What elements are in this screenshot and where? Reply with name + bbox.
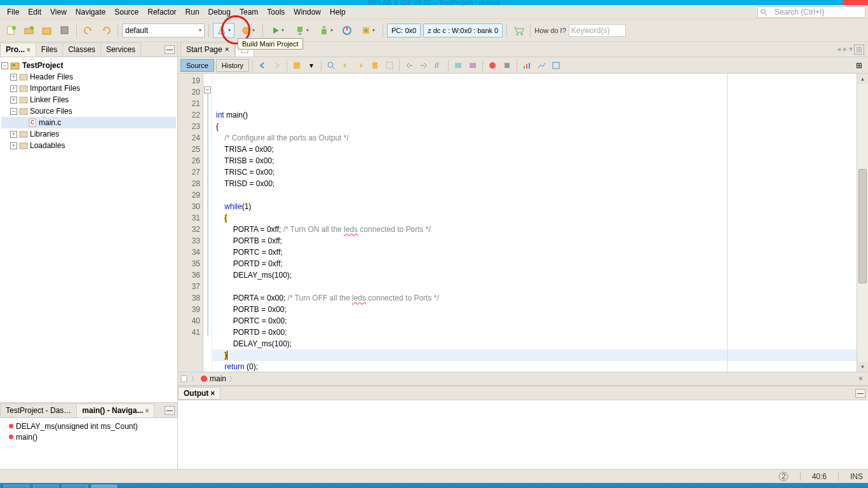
shift-left-icon[interactable] <box>403 59 416 72</box>
menu-refactor[interactable]: Refactor <box>143 6 180 18</box>
hold-reset-button[interactable] <box>339 23 355 38</box>
tab-projects[interactable]: Pro...× <box>0 43 36 57</box>
minimize-panel-button[interactable]: — <box>855 389 865 398</box>
program-button[interactable] <box>291 23 313 38</box>
prev-bookmark-icon[interactable] <box>339 59 352 72</box>
build-button[interactable] <box>213 23 234 38</box>
expand-icon[interactable]: + <box>10 97 17 104</box>
minimize-panel-button[interactable]: — <box>165 45 175 54</box>
window-close-button[interactable] <box>843 0 868 5</box>
clean-build-button[interactable] <box>237 23 259 38</box>
taskbar-explorer[interactable] <box>4 485 29 488</box>
output-tab[interactable]: Output× <box>178 387 220 400</box>
output-body[interactable] <box>178 400 868 469</box>
tree-item[interactable]: Libraries <box>30 130 59 139</box>
chart-icon[interactable] <box>535 59 548 72</box>
tab-services[interactable]: Services <box>100 43 141 57</box>
toolbar-icon[interactable] <box>466 59 479 72</box>
toolbar-icon[interactable] <box>290 59 303 72</box>
tab-start-page[interactable]: Start Page× <box>180 43 235 57</box>
menu-source[interactable]: Source <box>110 6 143 18</box>
toolbar-icon[interactable]: ▾ <box>305 59 318 72</box>
fold-column[interactable]: − <box>203 74 212 372</box>
bank-indicator[interactable]: z dc c : W:0x0 : bank 0 <box>423 24 503 37</box>
code-area[interactable]: int main(){ /* Configure all the ports a… <box>212 74 857 372</box>
menu-navigate[interactable]: Navigate <box>71 6 110 18</box>
menu-window[interactable]: Window <box>289 6 325 18</box>
editor-scrollbar[interactable]: ▲ ▼ <box>857 74 868 372</box>
select-icon[interactable] <box>383 59 396 72</box>
expand-icon[interactable]: ⊞ <box>853 59 865 72</box>
record-icon[interactable] <box>486 59 499 72</box>
tab-navigator[interactable]: main() - Naviga...× <box>76 403 154 417</box>
find-icon[interactable] <box>325 59 337 72</box>
redo-button[interactable] <box>98 23 114 38</box>
tree-item[interactable]: Source Files <box>30 107 72 116</box>
tab-files[interactable]: Files <box>36 43 63 57</box>
shift-right-icon[interactable] <box>417 59 430 72</box>
nav-item[interactable]: main() <box>16 433 37 442</box>
scroll-up-icon[interactable]: ▲ <box>857 74 868 84</box>
comment-icon[interactable]: // <box>432 59 445 72</box>
chart-icon[interactable] <box>550 59 562 72</box>
config-dropdown[interactable]: default <box>122 24 205 37</box>
menu-edit[interactable]: Edit <box>24 6 46 18</box>
project-root[interactable]: TestProject <box>22 61 63 70</box>
toolbar-icon[interactable] <box>452 59 465 72</box>
nav-fwd-icon[interactable] <box>271 59 283 72</box>
tree-item[interactable]: Loadables <box>30 141 65 150</box>
open-button[interactable] <box>39 23 55 38</box>
new-file-button[interactable] <box>4 23 19 38</box>
run-button[interactable] <box>267 23 288 38</box>
close-icon[interactable]: × <box>27 46 31 53</box>
close-icon[interactable]: × <box>858 374 863 383</box>
close-icon[interactable]: × <box>145 407 149 414</box>
notifications-icon[interactable]: 2 <box>778 471 789 482</box>
toggle-bookmark-icon[interactable] <box>369 59 381 72</box>
tab-classes[interactable]: Classes <box>62 43 101 57</box>
tab-dashboard[interactable]: TestProject - Das… <box>0 403 77 417</box>
pc-indicator[interactable]: PC: 0x0 <box>387 24 421 37</box>
menu-team[interactable]: Team <box>235 6 262 18</box>
breadcrumb-item[interactable]: main <box>210 374 226 383</box>
minimize-panel-button[interactable]: — <box>165 406 175 415</box>
tree-item[interactable]: Linker Files <box>30 95 69 104</box>
debug-button[interactable] <box>357 23 379 38</box>
chart-icon[interactable] <box>520 59 533 72</box>
close-icon[interactable]: × <box>225 45 229 54</box>
project-tree[interactable]: −TestProject +Header Files +Important Fi… <box>0 57 177 402</box>
expand-icon[interactable]: − <box>10 108 17 115</box>
next-bookmark-icon[interactable] <box>354 59 367 72</box>
new-project-button[interactable] <box>22 23 37 38</box>
stop-icon[interactable] <box>501 59 513 72</box>
nav-back-icon[interactable] <box>256 59 269 72</box>
navigator-list[interactable]: DELAY_ms(unsigned int ms_Count) main() <box>0 418 177 469</box>
tree-item[interactable]: Important Files <box>30 84 80 93</box>
menu-run[interactable]: Run <box>181 6 204 18</box>
close-icon[interactable]: × <box>210 389 215 398</box>
fold-toggle[interactable]: − <box>204 86 211 93</box>
menu-help[interactable]: Help <box>325 6 350 18</box>
history-tab[interactable]: History <box>216 59 249 72</box>
cart-icon[interactable] <box>511 23 526 38</box>
read-button[interactable] <box>315 23 337 38</box>
expand-icon[interactable]: + <box>10 85 17 92</box>
expand-icon[interactable]: − <box>1 62 8 69</box>
menu-debug[interactable]: Debug <box>204 6 235 18</box>
menu-tools[interactable]: Tools <box>262 6 289 18</box>
scroll-down-icon[interactable]: ▼ <box>857 362 868 372</box>
nav-item[interactable]: DELAY_ms(unsigned int ms_Count) <box>16 422 138 431</box>
code-editor[interactable]: 1920212223242526272829303132333435363738… <box>178 74 868 372</box>
scroll-thumb[interactable] <box>858 169 867 283</box>
keyword-input[interactable]: Keyword(s) <box>569 24 626 37</box>
tree-file[interactable]: main.c <box>39 118 61 127</box>
expand-icon[interactable]: + <box>10 74 17 81</box>
menu-view[interactable]: View <box>46 6 71 18</box>
expand-icon[interactable]: + <box>10 131 17 138</box>
global-search[interactable]: Search (Ctrl+I) <box>757 6 865 18</box>
taskbar-mplab[interactable] <box>92 485 117 488</box>
undo-button[interactable] <box>81 23 96 38</box>
tree-item[interactable]: Header Files <box>30 72 73 81</box>
taskbar-app[interactable] <box>62 485 88 488</box>
expand-icon[interactable]: + <box>10 142 17 149</box>
